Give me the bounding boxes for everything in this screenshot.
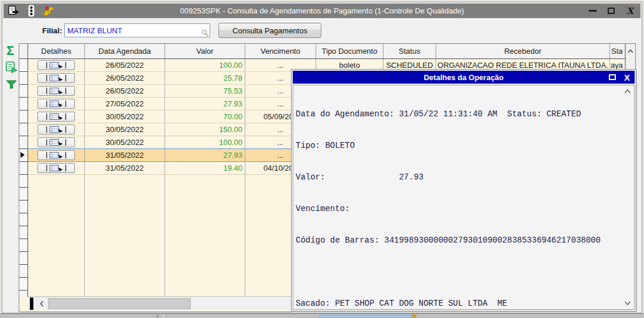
magnifier-icon[interactable] bbox=[201, 29, 209, 37]
detail-line bbox=[296, 267, 621, 277]
popup-titlebar[interactable]: Detalhes da Operação X bbox=[293, 71, 635, 84]
filial-value: MATRIZ BLUNT bbox=[67, 26, 122, 35]
detalhes-button[interactable] bbox=[37, 60, 75, 70]
data-agendada-cell: 26/05/2022 bbox=[85, 59, 165, 71]
detalhes-button[interactable] bbox=[37, 73, 75, 83]
popup-scroll-down-icon[interactable] bbox=[624, 301, 631, 306]
close-button[interactable]: X bbox=[625, 7, 635, 15]
row-indicator-cell[interactable] bbox=[19, 252, 28, 265]
detail-line: Sacado: PET SHOP CAT DOG NORTE SUL LTDA … bbox=[296, 298, 621, 309]
data-agendada-cell: 26/05/2022 bbox=[85, 72, 165, 84]
row-indicator-cell[interactable] bbox=[19, 188, 28, 201]
data-agendada-cell: 30/05/2022 bbox=[85, 110, 165, 123]
detalhes-button[interactable] bbox=[37, 163, 75, 173]
valor-cell: 27.93 bbox=[165, 98, 245, 110]
row-indicator-cell[interactable] bbox=[19, 59, 28, 72]
detail-line: Data do Agendamento: 31/05/22 11:31:40 A… bbox=[296, 109, 621, 119]
valor-cell: 100.00 bbox=[165, 59, 245, 71]
detalhes-button[interactable] bbox=[37, 137, 75, 147]
data-agendada-cell: 30/05/2022 bbox=[85, 123, 165, 136]
row-indicator-cell[interactable] bbox=[19, 239, 28, 252]
operation-details-text: Data do Agendamento: 31/05/22 11:31:40 A… bbox=[296, 88, 621, 310]
maximize-button[interactable] bbox=[607, 7, 616, 15]
row-indicator-cell[interactable] bbox=[19, 265, 28, 278]
data-agendada-cell: 26/05/2022 bbox=[85, 85, 165, 97]
row-indicator-cell[interactable] bbox=[19, 110, 28, 123]
detalhes-cell bbox=[28, 85, 85, 97]
row-indicator-cell[interactable] bbox=[19, 72, 28, 85]
detalhes-button[interactable] bbox=[37, 150, 75, 160]
wrench-icon[interactable] bbox=[42, 5, 55, 17]
column-header-valor[interactable]: Valor bbox=[165, 44, 245, 58]
column-header-detalhes[interactable]: Detalhes bbox=[28, 44, 85, 58]
scroll-up-icon[interactable] bbox=[626, 44, 635, 58]
row-indicator-cell-selected[interactable] bbox=[19, 149, 28, 162]
valor-cell: 75.53 bbox=[165, 85, 245, 97]
filter-funnel-icon[interactable] bbox=[6, 80, 17, 89]
background-taskbar-dot bbox=[412, 314, 416, 318]
row-indicator-cell[interactable] bbox=[19, 226, 28, 239]
sigma-sum-icon[interactable]: Σ bbox=[6, 44, 14, 57]
detalhes-cell bbox=[28, 136, 85, 148]
scroll-left-icon[interactable] bbox=[36, 298, 47, 310]
row-indicator-cell[interactable] bbox=[19, 162, 28, 175]
popup-title: Detalhes da Operação bbox=[424, 73, 504, 82]
background-taskbar-item bbox=[319, 314, 413, 318]
column-line bbox=[245, 175, 245, 297]
valor-cell: 19.40 bbox=[165, 162, 245, 174]
row-indicator-cell[interactable] bbox=[19, 123, 28, 136]
detail-line: Tipo: BOLETO bbox=[296, 140, 621, 151]
detalhes-cell bbox=[28, 59, 85, 71]
row-indicator-cell[interactable] bbox=[19, 278, 28, 291]
detalhes-cell bbox=[28, 149, 85, 161]
current-row-arrow-icon bbox=[20, 152, 25, 158]
detail-line: Valor: 27.93 bbox=[296, 172, 621, 182]
filial-input[interactable]: MATRIZ BLUNT bbox=[64, 23, 210, 37]
column-header-recebedor[interactable]: Recebedor bbox=[436, 44, 610, 58]
detalhes-cell bbox=[28, 98, 85, 110]
traffic-light-icon[interactable] bbox=[25, 5, 37, 17]
row-indicator-cell[interactable] bbox=[19, 291, 28, 297]
export-page-icon[interactable] bbox=[7, 5, 20, 17]
header-gutter bbox=[19, 44, 28, 58]
row-indicator-cell[interactable] bbox=[19, 136, 28, 149]
column-header-vencimento[interactable]: Vencimento bbox=[245, 44, 316, 58]
detalhes-button[interactable] bbox=[37, 112, 75, 122]
data-agendada-cell: 27/05/2022 bbox=[85, 98, 165, 110]
row-indicator-cell[interactable] bbox=[19, 98, 28, 110]
column-header-sta[interactable]: Sta bbox=[610, 44, 625, 58]
background-separator bbox=[157, 314, 158, 318]
row-indicator-cell[interactable] bbox=[19, 213, 28, 226]
consulta-pagamentos-button[interactable]: Consulta Pagamentos bbox=[218, 23, 321, 38]
column-header-tipo-documento[interactable]: Tipo Documento bbox=[316, 44, 383, 58]
detalhes-button[interactable] bbox=[37, 125, 75, 134]
row-indicator-cell[interactable] bbox=[19, 201, 28, 213]
popup-close-button[interactable]: X bbox=[624, 73, 630, 82]
popup-scroll-up-icon[interactable] bbox=[624, 89, 631, 94]
detalhes-cell bbox=[28, 110, 85, 123]
column-header-status[interactable]: Status bbox=[383, 44, 436, 58]
data-agendada-cell: 31/05/2022 bbox=[85, 162, 165, 174]
detalhes-cell bbox=[28, 162, 85, 174]
data-agendada-cell: 30/05/2022 bbox=[85, 136, 165, 148]
row-indicator-cell[interactable] bbox=[19, 85, 28, 98]
scrollbar-thumb[interactable] bbox=[48, 298, 191, 309]
export-grid-icon[interactable] bbox=[5, 61, 19, 74]
popup-maximize-button[interactable] bbox=[609, 74, 616, 80]
valor-cell: 150.00 bbox=[165, 123, 245, 136]
valor-cell: 70.00 bbox=[165, 110, 245, 123]
detalhes-button[interactable] bbox=[37, 86, 75, 96]
column-header-data-agendada[interactable]: Data Agendada bbox=[85, 44, 165, 58]
detalhes-button[interactable] bbox=[37, 99, 75, 109]
window-titlebar[interactable]: 009253SPK - Consulta de Agendamentos de … bbox=[4, 4, 640, 18]
column-line bbox=[165, 175, 165, 297]
window-title: 009253SPK - Consulta de Agendamentos de … bbox=[4, 6, 640, 15]
valor-cell: 27.93 bbox=[165, 149, 245, 161]
detalhes-cell bbox=[28, 72, 85, 84]
detail-line: Vencimento: bbox=[296, 203, 621, 214]
minimize-button[interactable] bbox=[588, 7, 597, 15]
scroll-marker bbox=[30, 298, 33, 310]
row-indicator-cell[interactable] bbox=[19, 175, 28, 188]
screen: 009253SPK - Consulta de Agendamentos de … bbox=[0, 0, 644, 318]
popup-body: Data do Agendamento: 31/05/22 11:31:40 A… bbox=[293, 85, 635, 310]
